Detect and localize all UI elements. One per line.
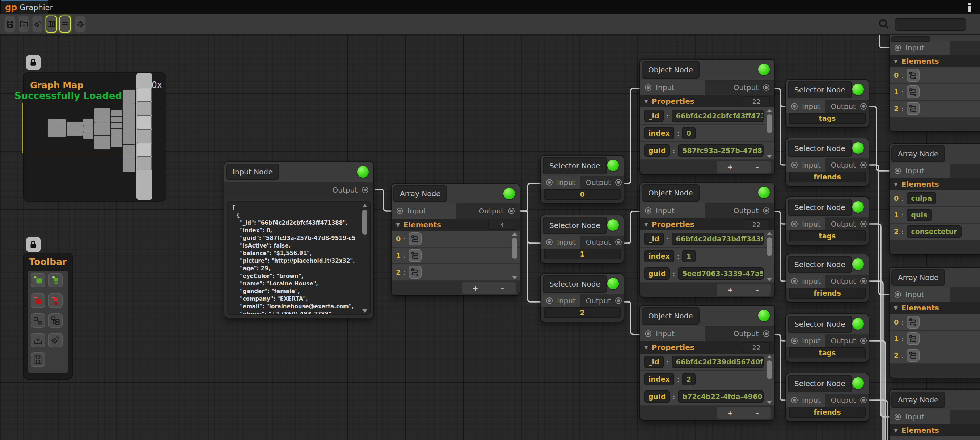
property-key[interactable]: _id: [644, 110, 664, 122]
input-port[interactable]: [791, 278, 798, 284]
tree-layout-button[interactable]: [48, 313, 63, 328]
property-value[interactable]: 2: [682, 373, 695, 385]
link-nodes-button[interactable]: [31, 313, 45, 328]
properties-scrollbar[interactable]: [766, 355, 773, 404]
selector-key-field[interactable]: 0: [544, 189, 620, 200]
kebab-menu-icon[interactable]: [969, 3, 972, 12]
goto-element-button[interactable]: [907, 349, 920, 362]
goto-element-button[interactable]: [907, 102, 920, 115]
property-key[interactable]: _id: [644, 356, 664, 368]
properties-section-header[interactable]: ▼ Properties 22: [640, 218, 775, 230]
element-value[interactable]: culpa: [907, 192, 936, 205]
properties-section-header[interactable]: ▼ Properties 22: [640, 95, 775, 108]
elements-section-header[interactable]: ▼ Elements 3: [391, 219, 520, 231]
node-title-tab[interactable]: Selector Node: [788, 140, 852, 157]
property-key[interactable]: index: [644, 250, 674, 262]
node-header[interactable]: Selector Node: [786, 79, 869, 100]
property-value[interactable]: 66bf4c2dda73b4ff3439adc: [672, 233, 764, 245]
node-title-tab[interactable]: Selector Node: [543, 275, 607, 293]
collapse-icon[interactable]: ▼: [644, 98, 648, 104]
property-value[interactable]: 66bf4c2d739dd56740fea58: [672, 356, 764, 368]
remove-element-button[interactable]: -: [489, 282, 516, 294]
node-title-tab[interactable]: Input Node: [226, 164, 279, 180]
node-title-tab[interactable]: Selector Node: [543, 217, 607, 234]
property-value[interactable]: 1: [682, 250, 695, 262]
node-header[interactable]: Array Node: [889, 144, 980, 164]
node-title-tab[interactable]: Selector Node: [788, 256, 852, 273]
graph-canvas[interactable]: Graph Map 0.80x: [0, 35, 980, 440]
remove-property-button[interactable]: -: [744, 284, 771, 295]
properties-scrollbar[interactable]: [766, 109, 773, 158]
node-header[interactable]: Selector Node: [786, 254, 869, 275]
node-title-tab[interactable]: Array Node: [891, 392, 945, 408]
delete-node-button[interactable]: [31, 294, 45, 308]
node-title-tab[interactable]: Selector Node: [788, 375, 852, 392]
save-graph-button[interactable]: [31, 353, 45, 367]
selector-key-field[interactable]: 1: [544, 249, 620, 259]
input-port[interactable]: [791, 103, 798, 110]
output-port[interactable]: [615, 297, 622, 304]
collapse-icon[interactable]: ▼: [644, 345, 648, 350]
output-port[interactable]: [860, 397, 867, 403]
goto-element-button[interactable]: [409, 265, 422, 279]
minimap-lock-button[interactable]: [26, 55, 41, 70]
property-key[interactable]: index: [644, 373, 674, 385]
node-header[interactable]: Selector Node: [786, 138, 869, 159]
add-element-button[interactable]: +: [462, 282, 489, 294]
goto-element-button[interactable]: [409, 232, 422, 245]
output-port[interactable]: [362, 187, 368, 193]
output-port[interactable]: [763, 207, 769, 214]
import-button[interactable]: [31, 333, 45, 347]
remove-property-button[interactable]: -: [744, 407, 771, 419]
node-title-tab[interactable]: Object Node: [642, 61, 700, 78]
node-header[interactable]: Object Node: [640, 183, 775, 203]
node-title-tab[interactable]: Selector Node: [788, 81, 852, 98]
node-title-tab[interactable]: Object Node: [642, 184, 700, 202]
goto-element-button[interactable]: [409, 249, 422, 262]
element-value[interactable]: consectetur: [907, 226, 961, 238]
remove-property-button[interactable]: -: [744, 161, 771, 173]
input-port[interactable]: [791, 338, 798, 344]
goto-element-button[interactable]: [907, 332, 920, 345]
input-port[interactable]: [645, 84, 651, 91]
property-count[interactable]: 22: [743, 96, 770, 106]
property-value[interactable]: 5eed7063-3339-47a5-865: [678, 267, 764, 280]
minimap-toggle-button[interactable]: [46, 16, 57, 33]
goto-element-button[interactable]: [907, 69, 920, 82]
node-header[interactable]: Object Node: [640, 60, 775, 80]
selector-key-field[interactable]: tags: [789, 113, 865, 124]
search-input[interactable]: [895, 19, 966, 31]
node-header[interactable]: Selector Node: [786, 373, 869, 394]
node-header[interactable]: Selector Node: [541, 156, 624, 176]
clean-button[interactable]: [32, 16, 43, 33]
property-value[interactable]: 0: [682, 127, 695, 139]
node-header[interactable]: Selector Node: [541, 215, 624, 235]
json-editor[interactable]: [ { "_id": "66bf4c2d2cbfcf43ff471388", "…: [227, 201, 371, 315]
property-key[interactable]: _id: [644, 233, 664, 245]
property-value[interactable]: 587fc93a-257b-47d8-951: [678, 145, 764, 157]
selector-key-field[interactable]: friends: [789, 407, 865, 418]
element-count[interactable]: 3: [488, 220, 515, 230]
input-port[interactable]: [645, 207, 651, 214]
node-header[interactable]: Array Node: [391, 184, 520, 203]
add-property-button[interactable]: +: [716, 284, 744, 295]
input-port[interactable]: [895, 44, 901, 51]
input-port[interactable]: [397, 208, 403, 214]
input-port[interactable]: [791, 221, 798, 227]
input-port[interactable]: [895, 291, 901, 298]
settings-button[interactable]: [75, 16, 86, 33]
delete-chain-button[interactable]: [48, 294, 63, 308]
node-title-tab[interactable]: Array Node: [891, 269, 945, 286]
selector-key-field[interactable]: friends: [789, 172, 865, 183]
output-port[interactable]: [763, 84, 769, 91]
goto-element-button[interactable]: [907, 316, 920, 329]
node-header[interactable]: Object Node: [640, 306, 775, 326]
clean-graph-button[interactable]: [48, 333, 63, 347]
node-header[interactable]: Selector Node: [541, 274, 624, 294]
property-count[interactable]: 22: [743, 342, 770, 353]
property-value[interactable]: b72c4b22-4fda-4960-9e9: [678, 391, 764, 403]
node-title-tab[interactable]: [891, 36, 931, 42]
json-scrollbar[interactable]: [361, 204, 368, 313]
goto-element-button[interactable]: [907, 86, 920, 98]
selector-key-field[interactable]: tags: [789, 230, 865, 241]
